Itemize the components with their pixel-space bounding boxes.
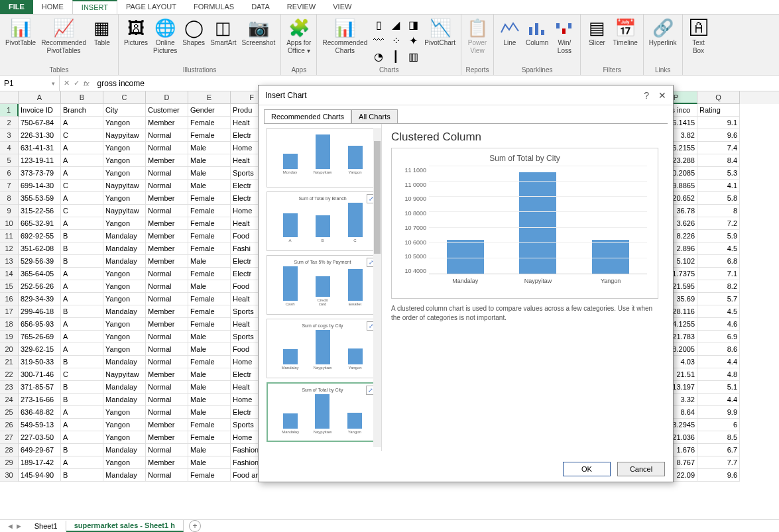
cell[interactable]: Male: [188, 280, 231, 293]
cell[interactable]: A: [61, 293, 103, 305]
cell[interactable]: 9.1: [697, 117, 740, 129]
cell[interactable]: 4.5: [697, 305, 740, 318]
sparkline-line-button[interactable]: Line: [497, 16, 523, 48]
cell[interactable]: B: [61, 356, 103, 368]
col-header-A[interactable]: A: [19, 91, 61, 104]
shapes-button[interactable]: ◯Shapes: [180, 16, 208, 48]
help-icon[interactable]: ?: [644, 90, 649, 101]
row-header[interactable]: 12: [0, 242, 19, 255]
cell[interactable]: 351-62-08: [19, 242, 61, 255]
row-header[interactable]: 13: [0, 255, 19, 268]
cell[interactable]: 656-95-93: [19, 318, 61, 331]
row-header[interactable]: 9: [0, 205, 19, 217]
cell[interactable]: Normal: [146, 142, 188, 154]
cell[interactable]: Male: [188, 167, 231, 180]
cell[interactable]: 299-46-18: [19, 305, 61, 318]
cell[interactable]: 636-48-82: [19, 406, 61, 419]
cell[interactable]: Yangon: [103, 331, 146, 343]
combo-chart-icon[interactable]: ◨: [406, 17, 420, 32]
cell[interactable]: Mandalay: [103, 356, 146, 368]
cell[interactable]: Normal: [146, 205, 188, 217]
hyperlink-button[interactable]: 🔗Hyperlink: [646, 16, 680, 48]
cell[interactable]: Normal: [146, 394, 188, 406]
cell[interactable]: Mandalay: [103, 381, 146, 394]
cell[interactable]: A: [61, 192, 103, 205]
col-header-B[interactable]: B: [61, 91, 103, 104]
cell[interactable]: Mandalay: [103, 242, 146, 255]
recommended-charts-button[interactable]: 📊Recommended Charts: [320, 16, 370, 56]
cell[interactable]: Yangon: [103, 192, 146, 205]
cell[interactable]: A: [61, 117, 103, 129]
cell[interactable]: Member: [146, 242, 188, 255]
cell[interactable]: Female: [188, 192, 231, 205]
cell[interactable]: Normal: [146, 280, 188, 293]
cell[interactable]: Yangon: [103, 456, 146, 469]
cell[interactable]: 319-50-33: [19, 356, 61, 368]
cell[interactable]: A: [61, 456, 103, 469]
cell[interactable]: 189-17-42: [19, 456, 61, 469]
cell[interactable]: A: [61, 318, 103, 331]
cell[interactable]: 373-73-79: [19, 167, 61, 180]
col-header-Q[interactable]: Q: [697, 91, 740, 104]
cell[interactable]: 4.1: [697, 180, 740, 192]
recommended-pivot-button[interactable]: 📈Recommended PivotTables: [38, 16, 89, 56]
chart-thumbnail[interactable]: ⤢Sum of Total by CityMandalayNaypyitawYa…: [267, 382, 379, 442]
cell[interactable]: Female: [188, 268, 231, 280]
radar-chart-icon[interactable]: ✦: [406, 33, 420, 48]
cell[interactable]: 4.4: [697, 394, 740, 406]
cell[interactable]: 5.9: [697, 230, 740, 242]
cell[interactable]: Member: [146, 117, 188, 129]
row-header[interactable]: 27: [0, 431, 19, 444]
cell[interactable]: B: [61, 444, 103, 456]
cell[interactable]: Member: [146, 154, 188, 167]
cell[interactable]: Normal: [146, 129, 188, 142]
cell[interactable]: Member: [146, 368, 188, 381]
cell[interactable]: 7.2: [697, 217, 740, 230]
close-icon[interactable]: ✕: [658, 90, 666, 101]
cell[interactable]: A: [61, 154, 103, 167]
cell[interactable]: B: [61, 305, 103, 318]
row-header[interactable]: 30: [0, 469, 19, 482]
cell[interactable]: 692-92-55: [19, 230, 61, 242]
col-header-D[interactable]: D: [146, 91, 188, 104]
cell[interactable]: Male: [188, 444, 231, 456]
cell[interactable]: Mandalay: [103, 444, 146, 456]
cell[interactable]: 252-56-26: [19, 280, 61, 293]
row-header[interactable]: 14: [0, 268, 19, 280]
pie-chart-icon[interactable]: ◔: [371, 49, 386, 64]
cell[interactable]: Yangon: [103, 419, 146, 431]
cell[interactable]: Mandalay: [103, 255, 146, 268]
cell[interactable]: Normal: [146, 343, 188, 356]
cell[interactable]: Female: [188, 305, 231, 318]
sheet-tab-1[interactable]: Sheet1: [27, 521, 66, 531]
cell[interactable]: Male: [188, 394, 231, 406]
cell[interactable]: Naypyitaw: [103, 180, 146, 192]
slicer-button[interactable]: ▤Slicer: [583, 16, 610, 48]
chart-thumbnail[interactable]: ⤢Sum of Total by BranchABC: [267, 191, 379, 251]
sheet-prev-icon[interactable]: ◄: [7, 522, 14, 530]
row-header[interactable]: 15: [0, 280, 19, 293]
cell[interactable]: Female: [188, 356, 231, 368]
cell[interactable]: 765-26-69: [19, 331, 61, 343]
cell[interactable]: Yangon: [103, 117, 146, 129]
cell[interactable]: Member: [146, 431, 188, 444]
cell[interactable]: Female: [188, 293, 231, 305]
cell[interactable]: 699-14-30: [19, 180, 61, 192]
cell[interactable]: Female: [188, 242, 231, 255]
cell[interactable]: 4.8: [697, 368, 740, 381]
cell[interactable]: Naypyitaw: [103, 205, 146, 217]
cell[interactable]: Member: [146, 456, 188, 469]
cell[interactable]: Female: [188, 318, 231, 331]
cell[interactable]: Yangon: [103, 154, 146, 167]
cell[interactable]: Female: [188, 217, 231, 230]
row-header[interactable]: 17: [0, 305, 19, 318]
add-sheet-button[interactable]: +: [189, 520, 201, 532]
cell[interactable]: 365-64-05: [19, 268, 61, 280]
cell[interactable]: Branch: [61, 104, 103, 117]
cell[interactable]: B: [61, 381, 103, 394]
row-header[interactable]: 25: [0, 406, 19, 419]
area-chart-icon[interactable]: ◢: [389, 17, 403, 32]
cell[interactable]: 4.5: [697, 242, 740, 255]
row-header[interactable]: 5: [0, 154, 19, 167]
sparkline-winloss-button[interactable]: Win/ Loss: [551, 16, 577, 56]
